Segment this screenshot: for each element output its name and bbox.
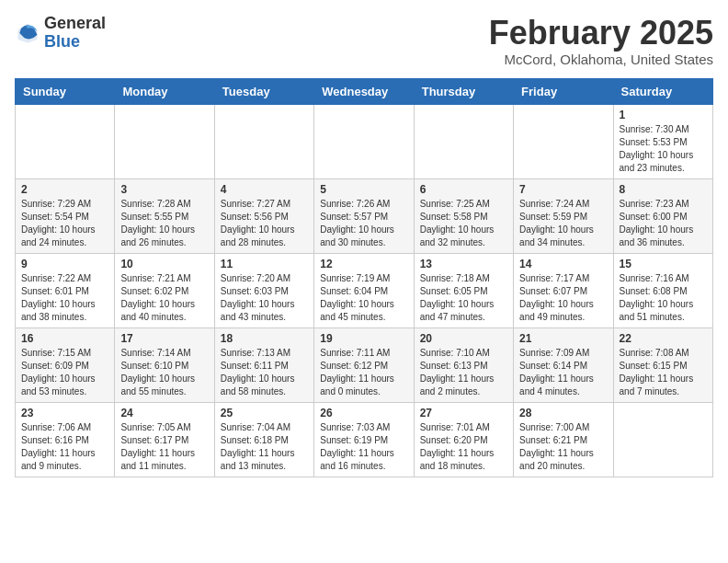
day-number: 28 (519, 407, 607, 419)
day-number: 9 (21, 258, 108, 270)
calendar-cell: 8Sunrise: 7:23 AM Sunset: 6:00 PM Daylig… (613, 178, 712, 253)
page-header: General Blue February 2025 McCord, Oklah… (15, 15, 713, 67)
calendar-cell: 24Sunrise: 7:05 AM Sunset: 6:17 PM Dayli… (115, 402, 214, 477)
day-info: Sunrise: 7:20 AM Sunset: 6:03 PM Dayligh… (221, 272, 308, 324)
day-number: 21 (519, 332, 607, 345)
day-number: 12 (320, 258, 407, 270)
calendar-cell: 28Sunrise: 7:00 AM Sunset: 6:21 PM Dayli… (514, 402, 613, 477)
day-number: 23 (21, 407, 108, 419)
day-info: Sunrise: 7:13 AM Sunset: 6:11 PM Dayligh… (221, 347, 308, 398)
calendar-cell: 14Sunrise: 7:17 AM Sunset: 6:07 PM Dayli… (514, 253, 613, 327)
day-info: Sunrise: 7:27 AM Sunset: 5:56 PM Dayligh… (221, 198, 308, 249)
day-info: Sunrise: 7:26 AM Sunset: 5:57 PM Dayligh… (320, 198, 407, 249)
day-info: Sunrise: 7:14 AM Sunset: 6:10 PM Dayligh… (120, 347, 208, 398)
day-number: 22 (620, 332, 707, 345)
day-of-week-wednesday: Wednesday (314, 78, 414, 104)
logo-blue-text: Blue (44, 32, 80, 51)
day-number: 20 (420, 332, 507, 345)
day-info: Sunrise: 7:30 AM Sunset: 5:53 PM Dayligh… (620, 123, 707, 175)
calendar-cell: 16Sunrise: 7:15 AM Sunset: 6:09 PM Dayli… (16, 327, 115, 402)
calendar-cell (414, 104, 513, 178)
day-number: 2 (21, 183, 108, 196)
day-info: Sunrise: 7:04 AM Sunset: 6:18 PM Dayligh… (221, 421, 308, 473)
day-info: Sunrise: 7:28 AM Sunset: 5:55 PM Dayligh… (120, 198, 208, 249)
calendar-cell: 5Sunrise: 7:26 AM Sunset: 5:57 PM Daylig… (314, 178, 414, 253)
calendar-cell: 10Sunrise: 7:21 AM Sunset: 6:02 PM Dayli… (115, 253, 214, 327)
day-info: Sunrise: 7:17 AM Sunset: 6:07 PM Dayligh… (519, 272, 607, 324)
calendar-cell (115, 104, 214, 178)
day-number: 16 (21, 332, 108, 345)
day-info: Sunrise: 7:21 AM Sunset: 6:02 PM Dayligh… (120, 272, 208, 324)
calendar-cell: 12Sunrise: 7:19 AM Sunset: 6:04 PM Dayli… (314, 253, 414, 327)
day-of-week-saturday: Saturday (613, 78, 712, 104)
day-number: 8 (620, 183, 707, 196)
day-number: 4 (221, 183, 308, 196)
calendar-cell: 27Sunrise: 7:01 AM Sunset: 6:20 PM Dayli… (414, 402, 513, 477)
day-number: 18 (221, 332, 308, 345)
day-info: Sunrise: 7:16 AM Sunset: 6:08 PM Dayligh… (620, 272, 707, 324)
day-number: 15 (620, 258, 707, 270)
logo: General Blue (15, 15, 106, 52)
calendar-cell: 23Sunrise: 7:06 AM Sunset: 6:16 PM Dayli… (16, 402, 115, 477)
calendar-week-1: 1Sunrise: 7:30 AM Sunset: 5:53 PM Daylig… (16, 104, 713, 178)
day-number: 14 (519, 258, 607, 270)
calendar-cell: 15Sunrise: 7:16 AM Sunset: 6:08 PM Dayli… (613, 253, 712, 327)
day-info: Sunrise: 7:09 AM Sunset: 6:14 PM Dayligh… (519, 347, 607, 398)
calendar-cell: 13Sunrise: 7:18 AM Sunset: 6:05 PM Dayli… (414, 253, 513, 327)
calendar-cell (514, 104, 613, 178)
calendar-cell: 9Sunrise: 7:22 AM Sunset: 6:01 PM Daylig… (16, 253, 115, 327)
day-number: 17 (120, 332, 208, 345)
day-number: 5 (320, 183, 407, 196)
day-info: Sunrise: 7:03 AM Sunset: 6:19 PM Dayligh… (320, 421, 407, 473)
day-info: Sunrise: 7:23 AM Sunset: 6:00 PM Dayligh… (620, 198, 707, 249)
calendar-cell: 4Sunrise: 7:27 AM Sunset: 5:56 PM Daylig… (214, 178, 313, 253)
logo-icon (15, 20, 40, 46)
day-number: 11 (221, 258, 308, 270)
calendar-cell: 21Sunrise: 7:09 AM Sunset: 6:14 PM Dayli… (514, 327, 613, 402)
day-number: 27 (420, 407, 507, 419)
day-info: Sunrise: 7:19 AM Sunset: 6:04 PM Dayligh… (320, 272, 407, 324)
calendar-cell: 19Sunrise: 7:11 AM Sunset: 6:12 PM Dayli… (314, 327, 414, 402)
calendar-cell: 17Sunrise: 7:14 AM Sunset: 6:10 PM Dayli… (115, 327, 214, 402)
title-section: February 2025 McCord, Oklahoma, United S… (489, 15, 713, 67)
day-number: 1 (620, 109, 707, 121)
calendar-cell: 22Sunrise: 7:08 AM Sunset: 6:15 PM Dayli… (613, 327, 712, 402)
day-number: 7 (519, 183, 607, 196)
day-of-week-thursday: Thursday (414, 78, 513, 104)
calendar-cell: 25Sunrise: 7:04 AM Sunset: 6:18 PM Dayli… (214, 402, 313, 477)
calendar-cell (214, 104, 313, 178)
day-info: Sunrise: 7:05 AM Sunset: 6:17 PM Dayligh… (120, 421, 208, 473)
logo-general-text: General (44, 14, 106, 32)
day-info: Sunrise: 7:15 AM Sunset: 6:09 PM Dayligh… (21, 347, 108, 398)
day-info: Sunrise: 7:01 AM Sunset: 6:20 PM Dayligh… (420, 421, 507, 473)
calendar-cell (613, 402, 712, 477)
calendar-cell: 26Sunrise: 7:03 AM Sunset: 6:19 PM Dayli… (314, 402, 414, 477)
day-of-week-sunday: Sunday (16, 78, 115, 104)
day-number: 6 (420, 183, 507, 196)
calendar-week-5: 23Sunrise: 7:06 AM Sunset: 6:16 PM Dayli… (16, 402, 713, 477)
days-of-week-row: SundayMondayTuesdayWednesdayThursdayFrid… (16, 78, 713, 104)
calendar-cell (314, 104, 414, 178)
calendar-body: 1Sunrise: 7:30 AM Sunset: 5:53 PM Daylig… (16, 104, 713, 477)
day-of-week-friday: Friday (514, 78, 613, 104)
day-number: 13 (420, 258, 507, 270)
day-number: 3 (120, 183, 208, 196)
day-info: Sunrise: 7:10 AM Sunset: 6:13 PM Dayligh… (420, 347, 507, 398)
calendar-cell: 18Sunrise: 7:13 AM Sunset: 6:11 PM Dayli… (214, 327, 313, 402)
calendar-cell: 1Sunrise: 7:30 AM Sunset: 5:53 PM Daylig… (613, 104, 712, 178)
day-info: Sunrise: 7:24 AM Sunset: 5:59 PM Dayligh… (519, 198, 607, 249)
calendar-cell: 7Sunrise: 7:24 AM Sunset: 5:59 PM Daylig… (514, 178, 613, 253)
day-info: Sunrise: 7:11 AM Sunset: 6:12 PM Dayligh… (320, 347, 407, 398)
logo-text: General Blue (44, 15, 106, 52)
day-number: 19 (320, 332, 407, 345)
day-info: Sunrise: 7:08 AM Sunset: 6:15 PM Dayligh… (620, 347, 707, 398)
calendar-cell: 20Sunrise: 7:10 AM Sunset: 6:13 PM Dayli… (414, 327, 513, 402)
calendar-cell (16, 104, 115, 178)
day-info: Sunrise: 7:18 AM Sunset: 6:05 PM Dayligh… (420, 272, 507, 324)
day-number: 26 (320, 407, 407, 419)
calendar-week-4: 16Sunrise: 7:15 AM Sunset: 6:09 PM Dayli… (16, 327, 713, 402)
day-of-week-monday: Monday (115, 78, 214, 104)
day-info: Sunrise: 7:22 AM Sunset: 6:01 PM Dayligh… (21, 272, 108, 324)
day-of-week-tuesday: Tuesday (214, 78, 313, 104)
calendar-table: SundayMondayTuesdayWednesdayThursdayFrid… (15, 78, 713, 477)
